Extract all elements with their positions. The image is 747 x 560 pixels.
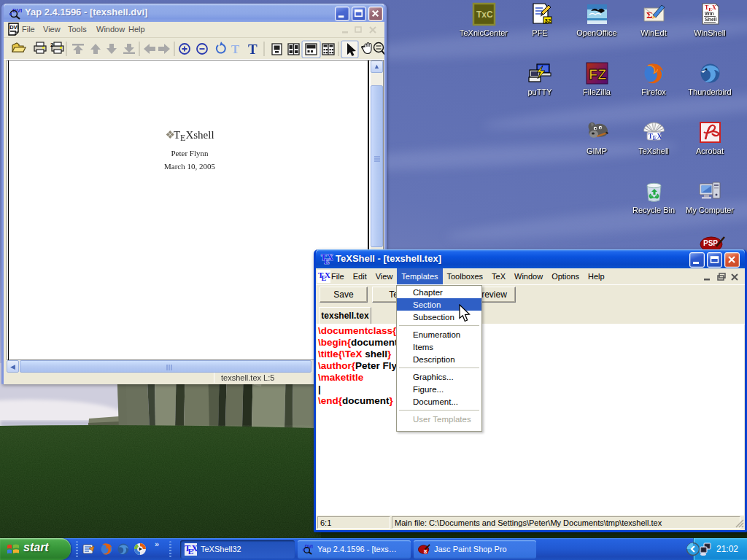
svg-text:T: T (231, 42, 240, 56)
svg-text:Win: Win (705, 11, 714, 16)
svg-text:2: 2 (50, 42, 54, 48)
svg-text:FZ: FZ (589, 66, 606, 82)
svg-text:32: 32 (544, 18, 551, 24)
svg-text:Σ: Σ (646, 9, 653, 20)
svg-text:Shell: Shell (705, 17, 717, 22)
svg-text:X: X (191, 543, 197, 553)
svg-text:X: X (328, 253, 333, 262)
svg-text:DVI: DVI (9, 24, 19, 31)
svg-text:TxC: TxC (476, 9, 493, 20)
svg-text:T: T (248, 42, 258, 57)
